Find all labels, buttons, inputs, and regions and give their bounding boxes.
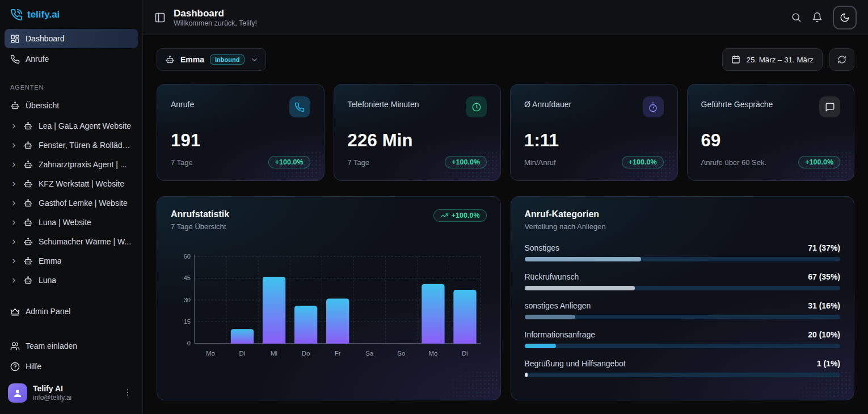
date-range-button[interactable]: 25. März – 31. März — [722, 48, 823, 71]
category-value: 71 (37%) — [808, 243, 840, 252]
y-axis-tick: 60 — [184, 253, 191, 260]
x-axis-tick: Mo — [206, 350, 215, 357]
help-circle-icon — [10, 362, 20, 371]
agent-label: KFZ Werkstatt | Website — [39, 179, 124, 188]
sidebar-item-agent[interactable]: KFZ Werkstatt | Website — [5, 175, 138, 193]
sidebar-item-agent[interactable]: Schumacher Wärme | W... — [5, 233, 138, 251]
sidebar-item-agent[interactable]: Lea | GaLa Agent Website — [5, 117, 138, 135]
bot-icon — [23, 276, 33, 285]
stat-subtext: Anrufe über 60 Sek. — [701, 158, 767, 167]
category-progress-fill — [525, 344, 557, 348]
stat-subtext: 7 Tage — [171, 158, 193, 167]
stat-card: Anrufe 191 7 Tage +100.0% — [157, 84, 325, 181]
sidebar-item-dashboard[interactable]: Dashboard — [5, 29, 138, 48]
sidebar-item-agent[interactable]: Emma — [5, 252, 138, 270]
top-header: Dashboard Willkommen zurück, Telify! — [143, 0, 868, 35]
bar-Mi-2 — [263, 277, 285, 344]
chevron-right-icon — [10, 219, 18, 226]
agent-direction-badge: Inbound — [210, 54, 245, 65]
bot-icon — [23, 218, 33, 227]
call-categories-card: Anruf-Kategorien Verteilung nach Anliege… — [511, 196, 855, 400]
category-progress-fill — [525, 286, 635, 290]
category-row: Rückrufwunsch 67 (35%) — [525, 272, 841, 290]
agent-label: Zahnarztpraxis Agent | ... — [39, 160, 127, 169]
y-axis-tick: 15 — [184, 318, 191, 325]
notifications-button[interactable] — [812, 12, 823, 23]
user-menu-button[interactable] — [121, 386, 134, 401]
brand-logo[interactable]: telify.ai — [0, 0, 142, 28]
stat-label: Geführte Gespräche — [701, 96, 773, 109]
page-subtitle: Willkommen zurück, Telify! — [174, 19, 257, 27]
avatar[interactable] — [8, 383, 27, 403]
sidebar-item-agent[interactable]: Gasthof Lemke | Website — [5, 194, 138, 212]
sidebar-item-anrufe[interactable]: Anrufe — [5, 49, 138, 69]
chevron-right-icon — [10, 142, 18, 149]
call-statistics-card: Anrufstatistik 7 Tage Übersicht +100.0% … — [157, 196, 501, 400]
moon-icon — [840, 12, 850, 23]
sidebar-item-hilfe[interactable]: Hilfe — [5, 357, 138, 376]
stat-card: Ø Anrufdauer 1:11 Min/Anruf +100.0% — [510, 84, 678, 181]
stat-delta-badge: +100.0% — [445, 156, 487, 168]
category-value: 31 (16%) — [808, 301, 840, 310]
chevron-down-icon — [250, 56, 259, 64]
sidebar-item-agent[interactable]: Fenster, Türen & Rolläde... — [5, 136, 138, 154]
selected-agent-name: Emma — [180, 55, 204, 64]
refresh-button[interactable] — [829, 48, 854, 71]
x-axis-tick: Di — [462, 350, 468, 357]
agent-label: Emma — [39, 256, 61, 265]
bot-icon — [165, 55, 175, 65]
category-progress-fill — [525, 315, 575, 319]
sidebar-item-agent[interactable]: Zahnarztpraxis Agent | ... — [5, 155, 138, 174]
stat-value: 191 — [171, 130, 310, 151]
bar-Do-3 — [294, 306, 317, 344]
chevron-right-icon — [10, 257, 18, 265]
search-button[interactable] — [791, 12, 802, 23]
bot-icon — [23, 198, 33, 208]
bot-icon — [23, 121, 33, 131]
stat-card: Geführte Gespräche 69 Anrufe über 60 Sek… — [687, 84, 855, 181]
category-row: sonstiges Anliegen 31 (16%) — [525, 301, 841, 319]
chart-delta-badge: +100.0% — [433, 209, 487, 222]
sidebar-item-agent[interactable]: Luna — [5, 271, 138, 289]
stat-value: 1:11 — [524, 130, 664, 151]
sidebar-item-team-einladen[interactable]: Team einladen — [5, 336, 138, 356]
agent-label: Fenster, Türen & Rolläde... — [39, 141, 132, 150]
sidebar-item-label: Hilfe — [26, 362, 41, 371]
sidebar-item-label: Übersicht — [26, 101, 59, 110]
user-footer: Telify AI info@telify.ai — [0, 377, 142, 411]
x-axis-tick: So — [397, 350, 405, 357]
chevron-right-icon — [10, 180, 18, 188]
crown-icon — [10, 307, 20, 316]
refresh-icon — [837, 55, 846, 64]
x-axis-tick: Di — [239, 350, 246, 357]
sidebar-item-admin-panel[interactable]: Admin Panel — [5, 302, 138, 321]
category-progress-track — [525, 257, 841, 261]
clock-icon — [466, 96, 487, 117]
users-icon — [10, 341, 20, 351]
sidebar-item-agent[interactable]: Luna | Website — [5, 213, 138, 231]
category-progress-track — [525, 286, 841, 290]
bar-Di-8 — [453, 290, 476, 344]
category-label: Informationsanfrage — [525, 330, 596, 339]
bar-Mo-7 — [422, 284, 444, 344]
agent-select-dropdown[interactable]: Emma Inbound — [157, 48, 266, 71]
chevron-right-icon — [10, 238, 18, 246]
agent-label: Luna — [39, 276, 56, 285]
theme-toggle-button[interactable] — [833, 6, 857, 29]
category-progress-fill — [525, 257, 642, 261]
sidebar-toggle-button[interactable] — [154, 12, 166, 23]
chart-title: Anrufstatistik — [171, 209, 229, 219]
stats-grid: Anrufe 191 7 Tage +100.0% Telefonierte M… — [157, 84, 854, 181]
sidebar-item-uebersicht[interactable]: Übersicht — [5, 96, 138, 115]
user-name: Telify AI — [33, 384, 115, 394]
timer-icon — [643, 96, 664, 117]
chevron-right-icon — [10, 200, 18, 207]
stat-label: Ø Anrufdauer — [524, 96, 571, 109]
bot-icon — [23, 160, 33, 170]
y-axis-tick: 30 — [184, 297, 191, 303]
category-rows: Sonstiges 71 (37%) Rückrufwunsch 67 (35%… — [525, 243, 841, 377]
main-area: Dashboard Willkommen zurück, Telify! — [143, 0, 868, 414]
dashboard-grid-icon — [10, 34, 20, 44]
stat-subtext: 7 Tage — [348, 158, 370, 167]
agent-label: Schumacher Wärme | W... — [39, 237, 131, 246]
